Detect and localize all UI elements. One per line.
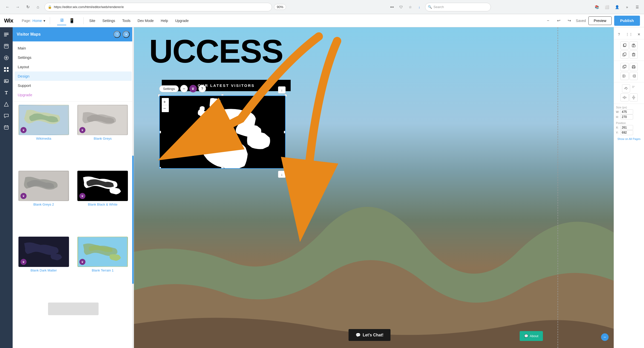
sidebar-add-apps-icon[interactable] xyxy=(1,53,12,63)
rp-delete-btn[interactable] xyxy=(630,51,638,59)
sidebar-pages-icon[interactable] xyxy=(1,41,12,52)
svg-rect-47 xyxy=(633,75,635,77)
show-all-pages-link[interactable]: Show on All Pages xyxy=(616,137,642,141)
rp-rotate-btn[interactable] xyxy=(622,84,630,92)
back-button[interactable]: ← xyxy=(3,3,12,12)
chat-label: Let's Chat! xyxy=(363,333,383,337)
more-icon[interactable]: ••• xyxy=(388,3,396,11)
tab-icon[interactable]: ⬜ xyxy=(603,3,611,11)
rp-grid-btn[interactable]: ⋮⋮ xyxy=(626,31,632,37)
map-item-blank-greys2[interactable]: ♛ Blank Greys 2 xyxy=(16,171,72,234)
nav-support[interactable]: Support xyxy=(13,81,134,90)
zoom-out-btn[interactable]: − xyxy=(544,17,552,25)
sidebar-vector-icon[interactable] xyxy=(1,99,12,110)
forward-button[interactable]: → xyxy=(13,3,22,12)
download-icon[interactable]: ↓ xyxy=(416,3,423,11)
home-button[interactable]: ⌂ xyxy=(33,3,42,12)
map-thumbnail-blank-greys2: ♛ xyxy=(18,171,69,201)
shield-icon[interactable]: 🛡 xyxy=(397,3,405,11)
handle-ml[interactable] xyxy=(159,131,161,133)
rp-flip-v-btn[interactable] xyxy=(630,93,638,102)
nav-settings[interactable]: Settings xyxy=(13,53,134,62)
menu-icon[interactable]: ☰ xyxy=(633,3,641,11)
nav-design[interactable]: Design xyxy=(15,71,132,81)
width-field[interactable] xyxy=(620,109,633,114)
extend-icon[interactable]: » xyxy=(623,3,631,11)
browser-search-bar[interactable]: 🔍 Search xyxy=(425,3,491,11)
rp-align-left-btn[interactable] xyxy=(620,72,629,80)
nav-layout[interactable]: Layout xyxy=(13,62,134,71)
map-settings-button[interactable]: Settings xyxy=(159,85,179,92)
address-bar[interactable]: 🔒 https://editor.wix.com/html/editor/web… xyxy=(44,3,272,11)
panel-help-button[interactable]: ? xyxy=(113,31,121,38)
sidebar-add-icon[interactable] xyxy=(1,29,12,40)
mobile-btn[interactable]: 📱 xyxy=(67,16,76,25)
map-item-blank-dark[interactable]: ♛ Blank Dark Matter xyxy=(16,237,72,300)
svg-rect-9 xyxy=(7,67,9,69)
devmode-menu[interactable]: Dev Mode xyxy=(134,17,157,25)
map-help-btn[interactable]: ? xyxy=(198,85,206,92)
x-letter: X: xyxy=(616,126,619,129)
svg-rect-32 xyxy=(624,44,626,46)
upgrade-menu[interactable]: Upgrade xyxy=(172,17,192,25)
map-crown-btn[interactable]: ♛ xyxy=(189,85,197,92)
undo-btn[interactable]: ↩ xyxy=(555,17,563,25)
settings-menu[interactable]: Settings xyxy=(99,17,119,25)
profile-icon[interactable]: 👤 xyxy=(613,3,621,11)
panel-close-button[interactable]: ✕ xyxy=(123,31,130,38)
position-label: Position xyxy=(616,121,642,125)
zoom-badge[interactable]: 90% xyxy=(274,4,286,10)
sidebar-text-icon[interactable] xyxy=(1,87,12,98)
desktop-btn[interactable]: 🖥 xyxy=(57,16,66,25)
rp-flip-h-btn[interactable] xyxy=(620,93,629,102)
sidebar-calendar-icon[interactable] xyxy=(1,122,12,133)
map-download-bottom[interactable]: ↓ xyxy=(278,171,286,178)
rp-print-btn[interactable] xyxy=(630,63,638,71)
library-icon[interactable]: 📚 xyxy=(593,3,601,11)
rp-close-btn[interactable]: ✕ xyxy=(636,31,642,37)
chat-button[interactable]: 💬 Let's Chat! xyxy=(349,329,390,341)
crown-blank-dark: ♛ xyxy=(20,259,27,265)
rotation-value: 0° xyxy=(631,84,636,92)
site-menu[interactable]: Site xyxy=(86,17,99,25)
rp-duplicate-btn[interactable] xyxy=(620,51,629,59)
redo-btn[interactable]: ↪ xyxy=(565,17,573,25)
y-field[interactable] xyxy=(620,130,633,135)
rp-copy-style-btn[interactable] xyxy=(620,41,629,49)
about-button[interactable]: 💬 About xyxy=(520,331,543,341)
sidebar-apps-icon[interactable] xyxy=(1,64,12,75)
url-text: https://editor.wix.com/html/editor/web/r… xyxy=(54,5,269,9)
refresh-button[interactable]: ↻ xyxy=(23,3,32,12)
rp-align-right-btn[interactable] xyxy=(630,72,638,80)
rp-forward-btn[interactable] xyxy=(620,63,629,71)
panel-scrollbar[interactable] xyxy=(132,27,134,348)
svg-rect-11 xyxy=(7,70,9,72)
tools-menu[interactable]: Tools xyxy=(119,17,134,25)
handle-mr[interactable] xyxy=(284,131,286,133)
sidebar-media-icon[interactable] xyxy=(1,76,12,86)
handle-br[interactable] xyxy=(284,167,286,169)
bookmark-icon[interactable]: ☆ xyxy=(406,3,414,11)
nav-upgrade[interactable]: Upgrade xyxy=(13,90,134,100)
rp-paste-style-btn[interactable] xyxy=(630,41,638,49)
preview-button[interactable]: Preview xyxy=(588,16,612,25)
page-selector[interactable]: Page: Home ▾ xyxy=(19,17,48,24)
publish-button[interactable]: Publish xyxy=(614,16,640,26)
map-item-extra[interactable] xyxy=(16,303,131,318)
map-container[interactable]: + − xyxy=(159,95,286,169)
nav-main[interactable]: Main xyxy=(13,43,134,53)
zoom-minus-button[interactable]: − xyxy=(601,333,609,341)
x-field[interactable] xyxy=(620,125,633,130)
handle-bl[interactable] xyxy=(159,167,161,169)
map-item-blank-bw[interactable]: ♛ Blank Black & White xyxy=(75,171,131,234)
map-download-top[interactable]: ↓ xyxy=(278,86,286,93)
map-item-blank-terrain[interactable]: ♛ Blank Terrain 1 xyxy=(75,237,131,300)
map-resize-btn[interactable]: ↔ xyxy=(180,85,188,92)
rp-help-btn[interactable]: ? xyxy=(616,31,622,37)
height-field[interactable] xyxy=(620,114,633,119)
handle-bm[interactable] xyxy=(221,167,224,169)
map-item-wikimedia[interactable]: ♛ Wikimedia xyxy=(16,105,72,168)
sidebar-chat-icon[interactable] xyxy=(1,111,12,121)
help-menu[interactable]: Help xyxy=(157,17,172,25)
map-item-blank-greys[interactable]: ♛ Blank Greys xyxy=(75,105,131,168)
